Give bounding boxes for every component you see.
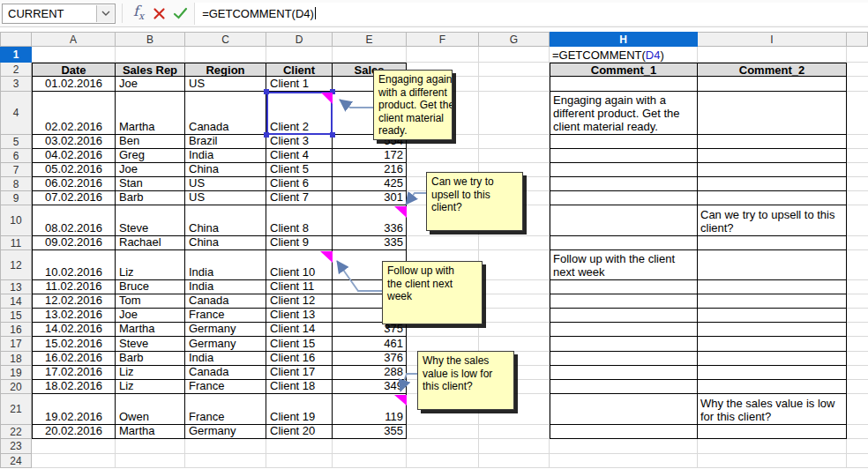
cell-I6[interactable] [698, 149, 847, 163]
cell-B19[interactable]: Liz [116, 366, 185, 380]
cell-A16[interactable]: 14.02.2016 [32, 323, 116, 337]
column-header-G[interactable]: G [479, 32, 550, 47]
cell-A20[interactable]: 18.02.2016 [32, 380, 116, 394]
cell-B13[interactable]: Bruce [116, 280, 185, 294]
cell-C13[interactable]: India [185, 280, 266, 294]
cell-C5[interactable]: Brazil [185, 135, 266, 149]
row-header-21[interactable]: 21 [0, 394, 32, 425]
cell-D7[interactable]: Client 5 [266, 163, 333, 177]
cell-C4[interactable]: Canada [185, 92, 266, 135]
cell-E20[interactable]: 349 [333, 380, 407, 394]
row-header-20[interactable]: 20 [0, 380, 32, 394]
cell-B5[interactable]: Ben [116, 135, 185, 149]
cell-A15[interactable]: 13.02.2016 [32, 309, 116, 323]
cell-C6[interactable]: India [185, 149, 266, 163]
row-header-18[interactable]: 18 [0, 352, 32, 366]
header-Sales Rep[interactable]: Sales Rep [116, 63, 185, 77]
row-header-7[interactable]: 7 [0, 163, 32, 177]
cell-H5[interactable] [550, 135, 698, 149]
column-header-C[interactable]: C [185, 32, 266, 47]
header-Comment_1[interactable]: Comment_1 [550, 63, 698, 77]
cell-C22[interactable]: Germany [185, 425, 266, 439]
cell-I14[interactable] [698, 294, 847, 309]
cell-D5[interactable]: Client 3 [266, 135, 333, 149]
column-header-E[interactable]: E [333, 32, 407, 47]
cell-C12[interactable]: India [185, 250, 266, 280]
header-Client[interactable]: Client [266, 63, 333, 77]
row-header-1[interactable]: 1 [0, 47, 32, 63]
row-header-8[interactable]: 8 [0, 177, 32, 191]
cell-H9[interactable] [550, 191, 698, 205]
cell-D20[interactable]: Client 18 [266, 380, 333, 394]
cell-A3[interactable]: 01.02.2016 [32, 77, 116, 92]
cell-E17[interactable]: 461 [333, 337, 407, 352]
cell-B10[interactable]: Steve [116, 205, 185, 236]
cell-H10[interactable] [550, 205, 698, 236]
cell-D3[interactable]: Client 1 [266, 77, 333, 92]
cell-D6[interactable]: Client 4 [266, 149, 333, 163]
cell-I21[interactable]: Why the sales value is low for this clie… [698, 394, 847, 425]
cell-H4[interactable]: Engaging again with a different product.… [550, 92, 698, 135]
cell-D22[interactable]: Client 20 [266, 425, 333, 439]
function-wizard-icon[interactable]: fx [129, 4, 148, 21]
cell-I8[interactable] [698, 177, 847, 191]
row-header-5[interactable]: 5 [0, 135, 32, 149]
accept-icon[interactable] [169, 3, 191, 24]
cell-E6[interactable]: 172 [333, 149, 407, 163]
cell-D9[interactable]: Client 7 [266, 191, 333, 205]
cell-I11[interactable] [698, 236, 847, 250]
row-header-3[interactable]: 3 [0, 77, 32, 92]
reference-handle[interactable] [264, 132, 269, 138]
column-header-F[interactable]: F [407, 32, 479, 47]
formula-input[interactable]: =GETCOMMENT(D4) [194, 3, 868, 25]
cell-A21[interactable]: 19.02.2016 [32, 394, 116, 425]
cell-I3[interactable] [698, 77, 847, 92]
cell-D12[interactable]: Client 10 [266, 250, 333, 280]
column-header-H[interactable]: H [550, 32, 698, 47]
cell-H7[interactable] [550, 163, 698, 177]
header-Region[interactable]: Region [185, 63, 266, 77]
cell-A6[interactable]: 04.02.2016 [32, 149, 116, 163]
row-header-4[interactable]: 4 [0, 92, 32, 135]
row-header-11[interactable]: 11 [0, 236, 32, 250]
cell-D13[interactable]: Client 11 [266, 280, 333, 294]
cell-I16[interactable] [698, 323, 847, 337]
cell-H19[interactable] [550, 366, 698, 380]
cell-H13[interactable] [550, 280, 698, 294]
cell-B6[interactable]: Greg [116, 149, 185, 163]
row-header-9[interactable]: 9 [0, 191, 32, 205]
cell-C11[interactable]: China [185, 236, 266, 250]
cell-A14[interactable]: 12.02.2016 [32, 294, 116, 309]
row-header-2[interactable]: 2 [0, 63, 32, 77]
reference-highlight-D4[interactable] [266, 92, 333, 135]
cell-I9[interactable] [698, 191, 847, 205]
cell-I13[interactable] [698, 280, 847, 294]
cell-B8[interactable]: Stan [116, 177, 185, 191]
cell-C21[interactable]: France [185, 394, 266, 425]
cell-H18[interactable] [550, 352, 698, 366]
cell-H3[interactable] [550, 77, 698, 92]
cell-H12[interactable]: Follow up with the client next week [550, 250, 698, 280]
row-header-22[interactable]: 22 [0, 425, 32, 439]
cell-H6[interactable] [550, 149, 698, 163]
cell-A12[interactable]: 10.02.2016 [32, 250, 116, 280]
cell-I10[interactable]: Can we try to upsell to this client? [698, 205, 847, 236]
cell-D15[interactable]: Client 13 [266, 309, 333, 323]
cell-E10[interactable]: 336 [333, 205, 407, 236]
cell-E21[interactable]: 119 [333, 394, 407, 425]
cell-E22[interactable]: 355 [333, 425, 407, 439]
cell-H21[interactable] [550, 394, 698, 425]
column-header-D[interactable]: D [266, 32, 333, 47]
name-box[interactable]: CURRENT [2, 4, 116, 24]
cell-I20[interactable] [698, 380, 847, 394]
row-header-15[interactable]: 15 [0, 309, 32, 323]
row-header-24[interactable]: 24 [0, 454, 32, 468]
cell-E16[interactable]: 375 [333, 323, 407, 337]
row-header-10[interactable]: 10 [0, 205, 32, 236]
cell-B22[interactable]: Martha [116, 425, 185, 439]
cell-A13[interactable]: 11.02.2016 [32, 280, 116, 294]
cell-D10[interactable]: Client 8 [266, 205, 333, 236]
cell-C10[interactable]: China [185, 205, 266, 236]
name-box-dropdown[interactable] [96, 5, 114, 22]
row-header-17[interactable]: 17 [0, 337, 32, 352]
